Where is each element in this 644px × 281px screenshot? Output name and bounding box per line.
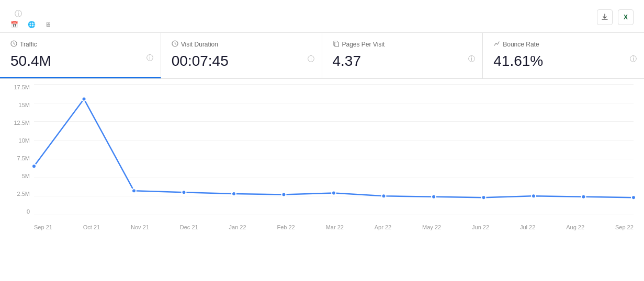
metric-info-icon-visit-duration[interactable]: ⓘ — [308, 54, 314, 64]
metric-label-text-bounce-rate: Bounce Rate — [503, 41, 539, 48]
chart-inner — [34, 84, 634, 215]
metric-card-traffic[interactable]: Traffic 50.4M ⓘ — [0, 33, 161, 78]
chart-dot[interactable] — [182, 190, 186, 194]
x-label: Jun 22 — [472, 224, 489, 230]
metric-info-icon-pages-per-visit[interactable]: ⓘ — [468, 54, 475, 64]
y-label: 10M — [19, 137, 30, 144]
x-label: Oct 21 — [83, 224, 100, 230]
chart-area: 17.5M15M12.5M10M7.5M5M2.5M0 Sep 21Oct 21… — [0, 79, 644, 241]
metric-label-traffic: Traffic — [10, 40, 150, 49]
date-range-item: 📅 — [10, 21, 20, 28]
y-label: 0 — [27, 208, 30, 215]
metrics-row: Traffic 50.4M ⓘ Visit Duration 00:07:45 … — [0, 32, 644, 79]
metric-card-visit-duration[interactable]: Visit Duration 00:07:45 ⓘ — [161, 33, 322, 78]
calendar-icon: 📅 — [10, 21, 18, 28]
region-item: 🌐 — [28, 21, 38, 28]
chart-dot[interactable] — [232, 192, 236, 196]
title-info-icon[interactable]: ⓘ — [15, 9, 22, 19]
chart-container: 17.5M15M12.5M10M7.5M5M2.5M0 Sep 21Oct 21… — [10, 84, 634, 230]
x-label: Sep 21 — [34, 224, 52, 230]
x-label: Feb 22 — [277, 224, 295, 230]
x-label: Sep 22 — [615, 224, 634, 230]
metric-label-pages-per-visit: Pages Per Visit — [333, 40, 472, 49]
metric-value-bounce-rate: 41.61% — [493, 53, 634, 69]
chart-dot[interactable] — [382, 194, 386, 198]
line-chart — [34, 84, 634, 215]
x-label: Jul 22 — [520, 224, 535, 230]
bounce-rate-icon — [493, 40, 500, 49]
traffic-icon — [10, 40, 17, 49]
download-button[interactable] — [597, 9, 613, 25]
chart-dot[interactable] — [482, 195, 486, 200]
x-label: Mar 22 — [326, 224, 344, 230]
x-axis: Sep 21Oct 21Nov 21Dec 21Jan 22Feb 22Mar … — [34, 215, 634, 230]
chart-dot[interactable] — [132, 189, 136, 193]
chart-dot[interactable] — [582, 195, 586, 199]
x-label: Dec 21 — [180, 224, 198, 230]
y-axis: 17.5M15M12.5M10M7.5M5M2.5M0 — [10, 84, 34, 215]
y-label: 15M — [19, 102, 30, 108]
metric-label-text-visit-duration: Visit Duration — [181, 41, 218, 48]
metric-info-icon-bounce-rate[interactable]: ⓘ — [630, 54, 637, 64]
metric-value-pages-per-visit: 4.37 — [333, 53, 472, 69]
metric-label-bounce-rate: Bounce Rate — [493, 40, 634, 49]
chart-dot[interactable] — [332, 191, 336, 195]
metric-info-icon-traffic[interactable]: ⓘ — [146, 53, 153, 63]
chart-dot[interactable] — [432, 195, 436, 199]
metric-value-traffic: 50.4M — [10, 53, 150, 69]
y-label: 12.5M — [14, 120, 30, 126]
x-label: Nov 21 — [131, 224, 149, 230]
device-item: 🖥 — [45, 21, 53, 28]
action-buttons: X — [597, 9, 634, 25]
y-label: 2.5M — [17, 191, 30, 197]
x-label: Jan 22 — [229, 224, 246, 230]
chart-dot[interactable] — [282, 192, 286, 196]
chart-dot[interactable] — [532, 194, 536, 198]
visit-duration-icon — [172, 40, 178, 49]
page-header: ⓘ 📅 🌐 🖥 — [0, 0, 644, 32]
metric-label-text-traffic: Traffic — [20, 41, 37, 48]
pages-per-visit-icon — [333, 40, 340, 49]
y-label: 5M — [22, 173, 30, 179]
chart-dot[interactable] — [32, 164, 36, 168]
metric-value-visit-duration: 00:07:45 — [172, 53, 311, 69]
svg-rect-3 — [335, 42, 338, 47]
y-label: 7.5M — [17, 155, 30, 161]
desktop-icon: 🖥 — [45, 21, 51, 28]
x-label: May 22 — [422, 224, 441, 230]
y-label: 17.5M — [14, 84, 30, 90]
globe-icon: 🌐 — [28, 21, 36, 28]
metric-label-visit-duration: Visit Duration — [172, 40, 311, 49]
metric-card-pages-per-visit[interactable]: Pages Per Visit 4.37 ⓘ — [322, 33, 483, 78]
x-label: Apr 22 — [375, 224, 391, 230]
metric-label-text-pages-per-visit: Pages Per Visit — [342, 41, 385, 48]
export-excel-button[interactable]: X — [618, 9, 634, 25]
chart-dot[interactable] — [631, 195, 636, 200]
metric-card-bounce-rate[interactable]: Bounce Rate 41.61% ⓘ — [483, 33, 644, 78]
chart-dot[interactable] — [82, 97, 86, 101]
x-label: Aug 22 — [566, 224, 584, 230]
